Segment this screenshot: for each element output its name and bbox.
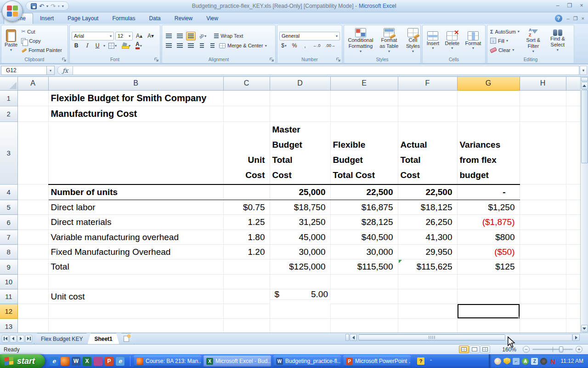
cell-E5[interactable]: $16,875 xyxy=(330,200,398,215)
cell-A1[interactable] xyxy=(17,90,48,106)
formula-input[interactable] xyxy=(73,66,579,75)
cell-C3[interactable]: Unit Cost xyxy=(223,121,270,184)
select-all-corner[interactable] xyxy=(0,77,17,90)
clipboard-dialog-launcher[interactable] xyxy=(62,58,67,62)
cell-B7[interactable]: Variable manufacturing overhead xyxy=(48,230,223,245)
cell-A9[interactable] xyxy=(17,259,48,275)
align-center-button[interactable] xyxy=(175,41,185,50)
firefox-icon[interactable] xyxy=(61,357,69,366)
cell-G3[interactable]: Variances from flex budget xyxy=(457,121,520,184)
cell-H2[interactable] xyxy=(520,106,566,121)
tab-data[interactable]: Data xyxy=(142,13,167,24)
cell-H11[interactable] xyxy=(520,289,566,304)
column-header-D[interactable]: D xyxy=(270,77,330,90)
cell-E10[interactable] xyxy=(330,275,398,289)
column-header-A[interactable]: A xyxy=(17,77,48,90)
cell-D4[interactable]: 25,000 xyxy=(270,184,330,200)
cell-A8[interactable] xyxy=(17,245,48,259)
cell-G1[interactable] xyxy=(457,90,520,106)
cell-F1[interactable] xyxy=(398,90,457,106)
find-select-button[interactable]: Find & Select▾ xyxy=(546,29,569,52)
next-sheet-icon[interactable] xyxy=(17,335,24,343)
zoom-out-icon[interactable]: − xyxy=(523,346,530,353)
cell-E12[interactable] xyxy=(330,304,398,319)
cell-G6[interactable]: ($1,875) xyxy=(457,215,520,230)
cell-C4[interactable] xyxy=(223,184,270,200)
cell-H4[interactable] xyxy=(520,184,566,200)
cell-F12[interactable] xyxy=(398,304,457,319)
copy-button[interactable]: Copy xyxy=(20,37,63,45)
cell-F5[interactable]: $18,125 xyxy=(398,200,457,215)
row-header-4[interactable]: 4 xyxy=(0,184,17,200)
cell-B8[interactable]: Fixed Manufacturing Overhead xyxy=(48,245,223,259)
cell-C2[interactable] xyxy=(223,106,270,121)
volume-tray-icon[interactable] xyxy=(540,358,547,365)
cell-A2[interactable] xyxy=(17,106,48,121)
format-cells-button[interactable]: Format▾ xyxy=(464,31,483,51)
redo-icon[interactable]: ↷ xyxy=(51,3,56,9)
cell-A13[interactable] xyxy=(17,319,48,333)
cell-C6[interactable]: 1.25 xyxy=(223,215,270,230)
cell-E13[interactable] xyxy=(330,319,398,333)
format-as-table-button[interactable]: Format as Table▾ xyxy=(377,28,401,53)
cell-E3[interactable]: Flexible Budget Total Cost xyxy=(330,121,398,184)
novell-tray-icon[interactable]: N xyxy=(549,358,556,365)
workbook-minimize-button[interactable]: – xyxy=(567,16,570,22)
column-header-F[interactable]: F xyxy=(398,77,457,90)
row-header-1[interactable]: 1 xyxy=(0,90,17,106)
borders-button[interactable]: ▾ xyxy=(107,41,119,50)
cell-D12[interactable] xyxy=(270,304,330,319)
cell-H6[interactable] xyxy=(520,215,566,230)
cell-B11[interactable]: Unit cost xyxy=(48,289,223,304)
fill-color-button[interactable]: ▾ xyxy=(120,41,132,50)
fill-handle[interactable] xyxy=(518,317,520,319)
office-button[interactable] xyxy=(2,0,23,22)
row-header-8[interactable]: 8 xyxy=(0,245,17,259)
cell-E8[interactable]: 30,000 xyxy=(330,245,398,259)
cell-B10[interactable] xyxy=(48,275,223,289)
horizontal-scroll-thumb[interactable] xyxy=(358,334,505,340)
row-header-3[interactable]: 3 xyxy=(0,121,17,184)
cell-D2[interactable] xyxy=(270,106,330,121)
help-tray-icon[interactable]: ? xyxy=(417,357,424,365)
z-tray-icon[interactable]: Z xyxy=(531,358,538,365)
internet-explorer-icon[interactable]: e xyxy=(50,357,58,366)
cell-F8[interactable]: 29,950 xyxy=(398,245,457,259)
column-header-B[interactable]: B xyxy=(48,77,223,90)
cell-B1[interactable]: Flexible Budget for Smith Company xyxy=(48,90,223,106)
cell-D6[interactable]: 31,250 xyxy=(270,215,330,230)
zoom-slider[interactable]: − + xyxy=(523,346,582,353)
task-button-powerpoint[interactable]: P Microsoft PowerPoint ... xyxy=(343,356,411,367)
start-button[interactable]: start xyxy=(0,354,45,368)
scroll-up-icon[interactable] xyxy=(581,82,588,89)
cell-E1[interactable] xyxy=(330,90,398,106)
cell-G4[interactable]: - xyxy=(457,184,520,200)
browser-icon[interactable]: e xyxy=(116,357,124,366)
row-header-6[interactable]: 6 xyxy=(0,215,17,230)
horizontal-scrollbar[interactable] xyxy=(345,334,580,341)
insert-worksheet-tab[interactable] xyxy=(119,333,134,344)
tab-split-handle[interactable] xyxy=(345,334,349,341)
column-header-C[interactable]: C xyxy=(223,77,270,90)
workbook-restore-button[interactable]: ❐ xyxy=(573,16,578,22)
cell-D3[interactable]: Master Budget Total Cost xyxy=(270,121,330,184)
cell-B3[interactable] xyxy=(48,121,223,184)
paste-button[interactable]: Paste▾ xyxy=(3,29,19,52)
cell-D10[interactable] xyxy=(270,275,330,289)
cell-F11[interactable] xyxy=(398,289,457,304)
shrink-font-button[interactable]: A▾ xyxy=(146,32,156,40)
cell-G10[interactable] xyxy=(457,275,520,289)
workbook-close-button[interactable]: × xyxy=(582,16,584,22)
font-dialog-launcher[interactable] xyxy=(154,58,159,62)
zoom-in-icon[interactable]: + xyxy=(576,346,582,353)
expand-formula-bar-icon[interactable]: ▾ xyxy=(580,66,587,75)
autosum-button[interactable]: ΣAutoSum▾ xyxy=(489,28,520,36)
cell-H12[interactable] xyxy=(520,304,566,319)
cell-C13[interactable] xyxy=(223,319,270,333)
cell-F10[interactable] xyxy=(398,275,457,289)
customize-qat-icon[interactable]: ▾ xyxy=(62,4,64,8)
percent-style-button[interactable]: % xyxy=(290,41,299,50)
task-button-word[interactable]: W Budgeting_practice-fl... xyxy=(273,356,341,367)
cell-G8[interactable]: ($50) xyxy=(457,245,520,259)
insert-cells-button[interactable]: Insert▾ xyxy=(425,31,441,51)
